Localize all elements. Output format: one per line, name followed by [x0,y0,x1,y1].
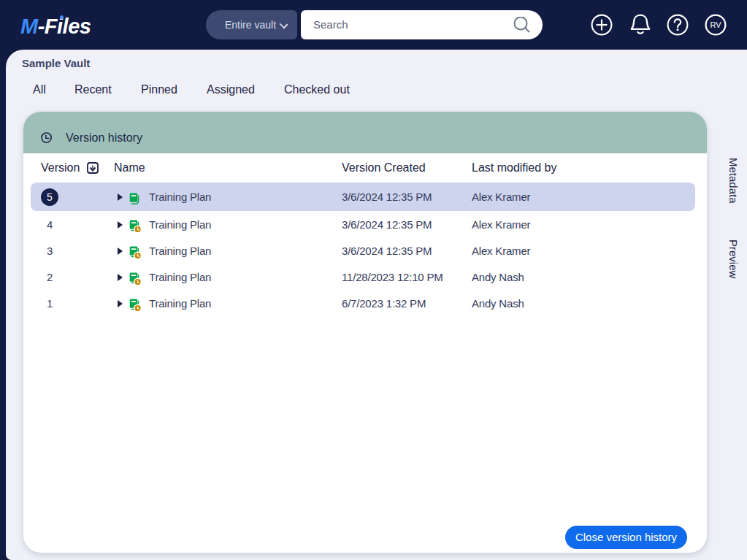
svg-text:RV: RV [710,20,721,29]
